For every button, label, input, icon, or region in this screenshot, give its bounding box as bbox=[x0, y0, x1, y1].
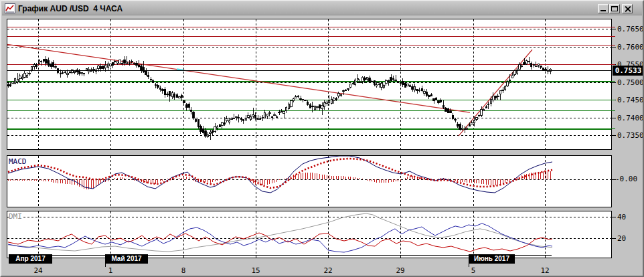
dmi-panel-label: DMI bbox=[9, 212, 22, 221]
current-price-badge: 0.7533 bbox=[613, 66, 644, 76]
dmi-tick-20: 20 bbox=[617, 234, 626, 243]
date-axis-label: 22 bbox=[318, 266, 338, 275]
month-label: Апр 2017 bbox=[9, 254, 52, 264]
dmi-panel[interactable] bbox=[7, 211, 617, 268]
price-axis-label: 0.7500 bbox=[617, 78, 644, 87]
month-label: Май 2017 bbox=[105, 254, 148, 264]
chart-window: График AUD /USD 4 ЧАСА 0.76500.76000.755… bbox=[0, 0, 644, 277]
date-axis-label: 15 bbox=[246, 266, 266, 275]
price-axis-label: 0.7650 bbox=[617, 25, 644, 33]
date-axis-label: 8 bbox=[173, 266, 193, 275]
date-axis-label: 5 bbox=[463, 266, 483, 275]
price-panel[interactable] bbox=[7, 19, 617, 150]
chart-canvas[interactable] bbox=[1, 1, 644, 277]
macd-panel[interactable] bbox=[7, 156, 617, 207]
macd-zero-value: -0.00 bbox=[615, 175, 637, 183]
macd-panel-label: MACD bbox=[9, 157, 27, 166]
trendline-highlight bbox=[177, 70, 183, 71]
month-label: Июнь 2017 bbox=[469, 254, 515, 264]
date-axis-label: 29 bbox=[390, 266, 410, 275]
date-axis-label: 12 bbox=[535, 266, 555, 275]
price-axis-label: 0.7350 bbox=[617, 131, 644, 140]
date-axis-label: 24 bbox=[28, 266, 48, 275]
price-axis-label: 0.7450 bbox=[617, 96, 644, 104]
price-axis-label: 0.7600 bbox=[617, 43, 644, 52]
dmi-tick-40: 40 bbox=[617, 213, 626, 221]
price-axis-label: 0.7400 bbox=[617, 114, 644, 122]
date-axis-label: 1 bbox=[100, 266, 120, 275]
